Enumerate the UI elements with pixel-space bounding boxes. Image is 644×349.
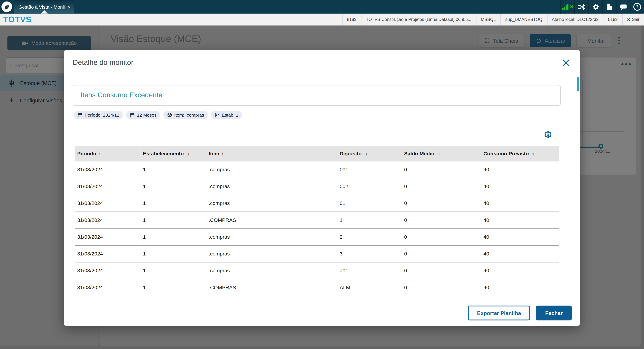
badge-label: 12 Meses xyxy=(137,112,156,118)
column-periodo[interactable]: Período↑↓ xyxy=(75,146,140,161)
table-row[interactable]: 31/03/20241.compras3040 xyxy=(75,246,559,262)
app-header: TOTVS 8183 TOTVS Construção e Projetos (… xyxy=(0,14,644,26)
badge-estab: Estab: 1 xyxy=(211,111,242,119)
modal-scrollbar-thumb[interactable] xyxy=(576,77,579,91)
application-root: Gestão à Vista - Monit × DI xyxy=(0,0,644,349)
close-button[interactable]: Fechar xyxy=(536,306,572,320)
table-cell: 3 xyxy=(337,246,402,262)
chat-icon[interactable] xyxy=(616,0,630,14)
modal-title: Detalhe do monitor xyxy=(73,58,134,67)
table-cell: a01 xyxy=(337,262,402,279)
modal-close-icon[interactable] xyxy=(562,59,570,66)
environment-info: 8183 TOTVS Construção e Projetos (Linha … xyxy=(342,14,644,25)
document-icon[interactable] xyxy=(602,0,616,14)
table-cell: 1 xyxy=(337,212,402,228)
gear-icon[interactable] xyxy=(588,0,602,14)
monitor-name: Itens Consumo Excedente xyxy=(80,91,162,99)
badge-label: Estab: 1 xyxy=(222,112,238,118)
env-port-2: 8183 xyxy=(603,14,622,25)
sort-icon[interactable]: ↑↓ xyxy=(99,152,102,156)
table-cell: 31/03/2024 xyxy=(75,246,140,262)
table-cell: .COMPRAS xyxy=(206,279,337,296)
table-row[interactable]: 31/03/20241.COMPRAS1040 xyxy=(75,212,559,228)
badge-label: Período: 2024/12 xyxy=(84,112,119,118)
table-cell: 2 xyxy=(337,229,402,246)
column-item[interactable]: Item↑↓ xyxy=(206,146,337,161)
column-saldo-medio[interactable]: Saldo Médio↑↓ xyxy=(402,146,481,161)
env-database: MSSQL xyxy=(476,14,500,25)
table-cell: .compras xyxy=(206,229,337,246)
table-cell: 0 xyxy=(402,279,481,296)
badge-meses: 12 Meses xyxy=(126,111,160,119)
table-cell: .COMPRAS xyxy=(206,212,337,228)
sort-icon[interactable]: ↑↓ xyxy=(222,152,224,156)
export-spreadsheet-button[interactable]: Exportar Planilha xyxy=(468,306,530,320)
table-cell: ALM xyxy=(337,279,402,296)
table-cell: 40 xyxy=(481,229,559,246)
env-shortcut: Atalho local: DLC122r32 xyxy=(547,14,603,25)
badge-periodo: Período: 2024/12 xyxy=(74,111,123,119)
table-cell: 40 xyxy=(481,161,559,178)
tab-title: Gestão à Vista - Monit xyxy=(18,4,65,9)
table-cell: 40 xyxy=(481,195,559,212)
table-cell: 40 xyxy=(481,246,559,262)
table-cell: 1 xyxy=(140,262,206,279)
help-icon[interactable]: ? xyxy=(630,0,644,14)
table-row[interactable]: 31/03/20241.COMPRASALM040 xyxy=(75,279,559,296)
badge-label: Item: .compras xyxy=(174,112,204,118)
detail-table: Período↑↓ Estabelecimento↑↓ Item↑↓ Depós… xyxy=(75,146,559,296)
close-icon[interactable]: × xyxy=(67,4,70,9)
column-deposito[interactable]: Depósito↑↓ xyxy=(337,146,402,161)
modal-footer: Exportar Planilha Fechar xyxy=(468,306,572,320)
table-cell: 1 xyxy=(140,246,206,262)
sort-icon[interactable]: ↑↓ xyxy=(437,152,440,156)
table-cell: .compras xyxy=(206,161,337,178)
table-cell: 1 xyxy=(140,229,206,246)
table-cell: 40 xyxy=(481,279,559,296)
table-body: 31/03/20241.compras00104031/03/20241.com… xyxy=(75,161,559,296)
signal-di-label: DI xyxy=(570,5,573,9)
sort-icon[interactable]: ↑↓ xyxy=(364,152,367,156)
logout-button[interactable]: × Sair xyxy=(622,14,644,25)
table-row[interactable]: 31/03/20241.compras002040 xyxy=(75,178,559,195)
table-cell: 1 xyxy=(140,212,206,228)
table-cell: 40 xyxy=(481,212,559,228)
table-cell: 31/03/2024 xyxy=(75,279,140,296)
table-cell: .compras xyxy=(206,195,337,212)
top-bar: Gestão à Vista - Monit × DI xyxy=(0,0,644,14)
totvs-brand: TOTVS xyxy=(0,14,32,24)
table-row[interactable]: 31/03/20241.comprasa01040 xyxy=(75,262,559,279)
table-cell: 1 xyxy=(140,161,206,178)
table-row[interactable]: 31/03/20241.compras01040 xyxy=(75,195,559,212)
calendar-icon xyxy=(130,112,135,118)
shuffle-icon[interactable] xyxy=(574,0,588,14)
table-cell: 01 xyxy=(337,195,402,212)
table-cell: 1 xyxy=(140,178,206,195)
table-cell: .compras xyxy=(206,178,337,195)
table-cell: 31/03/2024 xyxy=(75,195,140,212)
table-row[interactable]: 31/03/20241.compras2040 xyxy=(75,229,559,246)
totvs-logo[interactable] xyxy=(1,1,12,12)
column-consumo-previsto[interactable]: Consumo Previsto↑↓ xyxy=(481,146,559,161)
cube-icon xyxy=(167,112,172,118)
table-settings-gear-icon[interactable] xyxy=(544,130,552,139)
table-cell: .compras xyxy=(206,246,337,262)
table-cell: 0 xyxy=(402,195,481,212)
active-tab-indicator xyxy=(41,10,48,14)
env-product: TOTVS Construção e Projetos (Linha Datas… xyxy=(361,14,476,25)
modal-header: Detalhe do monitor xyxy=(64,50,580,75)
table-cell: .compras xyxy=(206,262,337,279)
table-cell: 1 xyxy=(140,279,206,296)
logout-label: Sair xyxy=(632,17,640,22)
sort-icon[interactable]: ↑↓ xyxy=(186,152,189,156)
table-cell: 31/03/2024 xyxy=(75,229,140,246)
monitor-detail-modal: Detalhe do monitor Itens Consumo Exceden… xyxy=(64,50,580,326)
table-cell: 0 xyxy=(402,212,481,228)
filter-badges: Período: 2024/12 12 Meses Item: .compras xyxy=(74,111,242,119)
column-estabelecimento[interactable]: Estabelecimento↑↓ xyxy=(140,146,206,161)
signal-di-icon[interactable]: DI xyxy=(560,0,574,14)
table-cell: 0 xyxy=(402,161,481,178)
sort-icon[interactable]: ↑↓ xyxy=(531,152,534,156)
table-row[interactable]: 31/03/20241.compras001040 xyxy=(75,161,559,178)
building-icon xyxy=(215,112,220,118)
